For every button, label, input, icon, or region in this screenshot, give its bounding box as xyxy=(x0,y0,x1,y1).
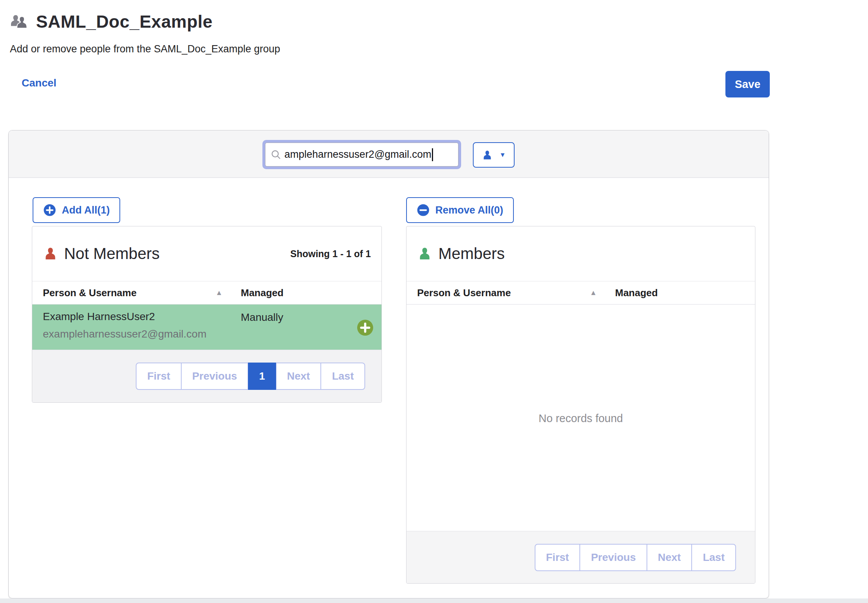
search-focus-ring: ampleharnessuser2@gmail.com xyxy=(262,140,461,169)
person-icon-red xyxy=(43,246,58,261)
not-members-card: Not Members Showing 1 - 1 of 1 Person & … xyxy=(32,226,382,403)
sort-asc-icon[interactable]: ▲ xyxy=(215,289,223,297)
person-username: exampleharnessuser2@gmail.com xyxy=(43,328,207,340)
managed-value: Manually xyxy=(241,311,283,351)
search-input-value: ampleharnessuser2@gmail.com xyxy=(284,149,432,160)
page-subtitle: Add or remove people from the SAML_Doc_E… xyxy=(10,43,868,55)
not-members-header: Not Members Showing 1 - 1 of 1 xyxy=(32,226,381,281)
pagination-page-1-button[interactable]: 1 xyxy=(248,363,276,390)
table-row[interactable]: Example HarnessUser2 exampleharnessuser2… xyxy=(32,305,381,351)
remove-all-label: Remove All(0) xyxy=(435,204,503,216)
person-name: Example HarnessUser2 xyxy=(43,311,155,323)
add-all-label: Add All(1) xyxy=(62,204,110,216)
sort-asc-icon[interactable]: ▲ xyxy=(590,289,597,297)
caret-down-icon: ▼ xyxy=(499,152,506,158)
not-members-footer: First Previous 1 Next Last xyxy=(32,350,381,402)
column-person-username[interactable]: Person & Username xyxy=(417,287,511,299)
no-records-text: No records found xyxy=(538,412,623,425)
page-title: SAML_Doc_Example xyxy=(36,11,213,32)
pagination-first-button[interactable]: First xyxy=(136,363,181,390)
page-header: SAML_Doc_Example xyxy=(0,0,868,32)
pagination-last-button[interactable]: Last xyxy=(321,363,365,390)
members-empty-state: No records found xyxy=(407,305,755,532)
person-icon-green xyxy=(417,246,432,261)
pagination-next-button[interactable]: Next xyxy=(276,363,321,390)
pagination-previous-button[interactable]: Previous xyxy=(580,544,647,571)
cancel-link[interactable]: Cancel xyxy=(22,77,57,89)
page-bottom-strip xyxy=(0,598,868,603)
add-person-button[interactable] xyxy=(356,319,374,336)
members-pagination: First Previous Next Last xyxy=(535,544,736,571)
column-person-username[interactable]: Person & Username xyxy=(43,287,137,299)
not-members-title: Not Members xyxy=(64,245,160,263)
pagination-previous-button[interactable]: Previous xyxy=(181,363,248,390)
search-toolbar: ampleharnessuser2@gmail.com ▼ xyxy=(9,130,769,178)
minus-circle-icon xyxy=(417,204,430,217)
showing-count: Showing 1 - 1 of 1 xyxy=(290,248,371,259)
text-cursor xyxy=(432,148,433,161)
members-title: Members xyxy=(438,245,505,263)
pagination-first-button[interactable]: First xyxy=(535,544,580,571)
members-card: Members Person & Username ▲ Managed No r… xyxy=(406,226,755,584)
panel-body: Add All(1) Remove All(0) xyxy=(9,178,769,598)
group-icon xyxy=(9,13,30,30)
remove-all-button[interactable]: Remove All(0) xyxy=(406,197,514,223)
search-input[interactable]: ampleharnessuser2@gmail.com xyxy=(265,143,458,166)
not-members-pagination: First Previous 1 Next Last xyxy=(136,363,365,390)
membership-panel: ampleharnessuser2@gmail.com ▼ xyxy=(8,130,769,598)
add-all-button[interactable]: Add All(1) xyxy=(33,197,120,223)
page-actions: Cancel Save xyxy=(0,71,868,98)
person-icon xyxy=(482,149,493,161)
members-header: Members xyxy=(407,226,755,281)
column-managed[interactable]: Managed xyxy=(615,287,658,299)
save-button[interactable]: Save xyxy=(725,71,770,97)
not-members-column-headers: Person & Username ▲ Managed xyxy=(32,281,381,305)
search-icon xyxy=(271,149,281,160)
column-managed[interactable]: Managed xyxy=(241,287,284,299)
plus-circle-icon xyxy=(43,204,56,217)
group-membership-page: SAML_Doc_Example Add or remove people fr… xyxy=(0,0,868,603)
search-filter-dropdown[interactable]: ▼ xyxy=(473,142,515,168)
members-footer: First Previous Next Last xyxy=(407,531,755,583)
pagination-next-button[interactable]: Next xyxy=(647,544,692,571)
pagination-last-button[interactable]: Last xyxy=(692,544,736,571)
members-column-headers: Person & Username ▲ Managed xyxy=(407,281,755,305)
